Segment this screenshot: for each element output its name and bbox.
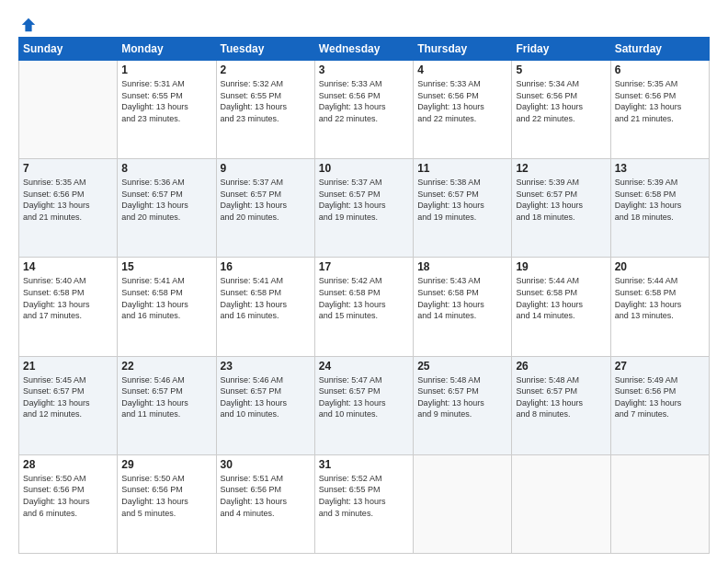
day-number: 8 [121,162,211,175]
calendar-cell: 17Sunrise: 5:42 AM Sunset: 6:58 PM Dayli… [314,258,413,356]
day-info: Sunrise: 5:49 AM Sunset: 6:56 PM Dayligh… [615,374,705,420]
day-number: 13 [615,162,705,175]
day-info: Sunrise: 5:37 AM Sunset: 6:57 PM Dayligh… [221,177,311,223]
day-info: Sunrise: 5:33 AM Sunset: 6:56 PM Dayligh… [417,78,507,124]
calendar-cell: 10Sunrise: 5:37 AM Sunset: 6:57 PM Dayli… [314,159,413,258]
day-number: 21 [23,360,113,373]
day-info: Sunrise: 5:39 AM Sunset: 6:57 PM Dayligh… [516,177,606,223]
col-header-tuesday: Tuesday [216,38,314,61]
calendar-cell: 2Sunrise: 5:32 AM Sunset: 6:55 PM Daylig… [216,61,314,159]
col-header-wednesday: Wednesday [314,38,413,61]
day-number: 17 [319,260,409,273]
calendar-cell: 7Sunrise: 5:35 AM Sunset: 6:56 PM Daylig… [19,159,118,258]
day-info: Sunrise: 5:44 AM Sunset: 6:58 PM Dayligh… [615,275,705,321]
calendar-cell [512,454,610,553]
calendar-cell: 11Sunrise: 5:38 AM Sunset: 6:57 PM Dayli… [414,159,512,258]
calendar-cell: 22Sunrise: 5:46 AM Sunset: 6:57 PM Dayli… [118,356,216,454]
calendar-cell [610,454,709,553]
calendar-cell: 12Sunrise: 5:39 AM Sunset: 6:57 PM Dayli… [512,159,610,258]
calendar-cell: 4Sunrise: 5:33 AM Sunset: 6:56 PM Daylig… [414,61,512,159]
day-info: Sunrise: 5:39 AM Sunset: 6:58 PM Dayligh… [615,177,705,223]
calendar-cell: 3Sunrise: 5:33 AM Sunset: 6:56 PM Daylig… [314,61,413,159]
calendar-cell: 6Sunrise: 5:35 AM Sunset: 6:56 PM Daylig… [610,61,709,159]
calendar-cell: 27Sunrise: 5:49 AM Sunset: 6:56 PM Dayli… [610,356,709,454]
day-info: Sunrise: 5:37 AM Sunset: 6:57 PM Dayligh… [319,177,409,223]
calendar-cell: 26Sunrise: 5:48 AM Sunset: 6:57 PM Dayli… [512,356,610,454]
day-number: 25 [417,360,507,373]
day-number: 2 [221,63,311,76]
day-number: 30 [221,458,311,471]
day-info: Sunrise: 5:42 AM Sunset: 6:58 PM Dayligh… [319,275,409,321]
calendar-table: SundayMondayTuesdayWednesdayThursdayFrid… [18,37,710,554]
day-info: Sunrise: 5:46 AM Sunset: 6:57 PM Dayligh… [221,374,311,420]
day-info: Sunrise: 5:31 AM Sunset: 6:55 PM Dayligh… [121,78,211,124]
day-info: Sunrise: 5:41 AM Sunset: 6:58 PM Dayligh… [221,275,311,321]
col-header-friday: Friday [512,38,610,61]
day-info: Sunrise: 5:35 AM Sunset: 6:56 PM Dayligh… [23,177,113,223]
day-info: Sunrise: 5:51 AM Sunset: 6:56 PM Dayligh… [221,473,311,519]
calendar-cell: 28Sunrise: 5:50 AM Sunset: 6:56 PM Dayli… [19,454,118,553]
day-info: Sunrise: 5:34 AM Sunset: 6:56 PM Dayligh… [516,78,606,124]
col-header-thursday: Thursday [414,38,512,61]
logo [18,17,37,29]
day-info: Sunrise: 5:50 AM Sunset: 6:56 PM Dayligh… [23,473,113,519]
calendar-cell: 21Sunrise: 5:45 AM Sunset: 6:57 PM Dayli… [19,356,118,454]
day-number: 3 [319,63,409,76]
calendar-cell: 5Sunrise: 5:34 AM Sunset: 6:56 PM Daylig… [512,61,610,159]
day-number: 31 [319,458,409,471]
day-info: Sunrise: 5:40 AM Sunset: 6:58 PM Dayligh… [23,275,113,321]
calendar-cell: 18Sunrise: 5:43 AM Sunset: 6:58 PM Dayli… [414,258,512,356]
calendar-cell: 1Sunrise: 5:31 AM Sunset: 6:55 PM Daylig… [118,61,216,159]
day-number: 19 [516,260,606,273]
day-number: 11 [417,162,507,175]
day-info: Sunrise: 5:50 AM Sunset: 6:56 PM Dayligh… [121,473,211,519]
col-header-saturday: Saturday [610,38,709,61]
day-number: 24 [319,360,409,373]
day-number: 14 [23,260,113,273]
calendar-cell: 29Sunrise: 5:50 AM Sunset: 6:56 PM Dayli… [118,454,216,553]
day-number: 23 [221,360,311,373]
day-number: 5 [516,63,606,76]
day-info: Sunrise: 5:47 AM Sunset: 6:57 PM Dayligh… [319,374,409,420]
day-number: 29 [121,458,211,471]
day-number: 20 [615,260,705,273]
calendar-cell: 9Sunrise: 5:37 AM Sunset: 6:57 PM Daylig… [216,159,314,258]
day-info: Sunrise: 5:43 AM Sunset: 6:58 PM Dayligh… [417,275,507,321]
calendar-cell: 13Sunrise: 5:39 AM Sunset: 6:58 PM Dayli… [610,159,709,258]
day-number: 6 [615,63,705,76]
day-number: 1 [121,63,211,76]
day-info: Sunrise: 5:48 AM Sunset: 6:57 PM Dayligh… [516,374,606,420]
calendar-cell: 24Sunrise: 5:47 AM Sunset: 6:57 PM Dayli… [314,356,413,454]
day-info: Sunrise: 5:38 AM Sunset: 6:57 PM Dayligh… [417,177,507,223]
day-info: Sunrise: 5:36 AM Sunset: 6:57 PM Dayligh… [121,177,211,223]
col-header-sunday: Sunday [19,38,118,61]
day-number: 10 [319,162,409,175]
calendar-cell: 20Sunrise: 5:44 AM Sunset: 6:58 PM Dayli… [610,258,709,356]
page: SundayMondayTuesdayWednesdayThursdayFrid… [0,0,728,563]
day-info: Sunrise: 5:45 AM Sunset: 6:57 PM Dayligh… [23,374,113,420]
day-info: Sunrise: 5:35 AM Sunset: 6:56 PM Dayligh… [615,78,705,124]
day-number: 18 [417,260,507,273]
calendar-cell: 25Sunrise: 5:48 AM Sunset: 6:57 PM Dayli… [414,356,512,454]
day-info: Sunrise: 5:44 AM Sunset: 6:58 PM Dayligh… [516,275,606,321]
day-number: 12 [516,162,606,175]
calendar-cell: 23Sunrise: 5:46 AM Sunset: 6:57 PM Dayli… [216,356,314,454]
day-info: Sunrise: 5:33 AM Sunset: 6:56 PM Dayligh… [319,78,409,124]
calendar-cell: 30Sunrise: 5:51 AM Sunset: 6:56 PM Dayli… [216,454,314,553]
day-number: 22 [121,360,211,373]
day-info: Sunrise: 5:41 AM Sunset: 6:58 PM Dayligh… [121,275,211,321]
day-number: 27 [615,360,705,373]
day-number: 26 [516,360,606,373]
day-info: Sunrise: 5:48 AM Sunset: 6:57 PM Dayligh… [417,374,507,420]
calendar-cell [414,454,512,553]
day-info: Sunrise: 5:46 AM Sunset: 6:57 PM Dayligh… [121,374,211,420]
day-number: 9 [221,162,311,175]
calendar-cell: 15Sunrise: 5:41 AM Sunset: 6:58 PM Dayli… [118,258,216,356]
calendar-cell: 19Sunrise: 5:44 AM Sunset: 6:58 PM Dayli… [512,258,610,356]
calendar-cell: 16Sunrise: 5:41 AM Sunset: 6:58 PM Dayli… [216,258,314,356]
svg-marker-0 [22,18,35,31]
calendar-cell: 8Sunrise: 5:36 AM Sunset: 6:57 PM Daylig… [118,159,216,258]
col-header-monday: Monday [118,38,216,61]
day-info: Sunrise: 5:52 AM Sunset: 6:55 PM Dayligh… [319,473,409,519]
day-info: Sunrise: 5:32 AM Sunset: 6:55 PM Dayligh… [221,78,311,124]
